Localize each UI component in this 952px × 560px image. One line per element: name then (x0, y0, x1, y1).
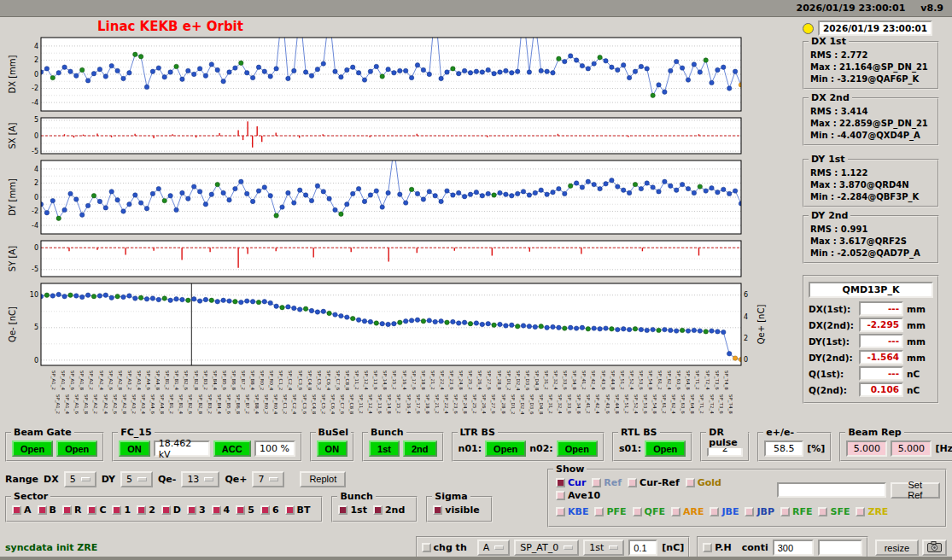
bunch-select-2nd[interactable]: 2nd (373, 505, 405, 516)
checkbox-indicator[interactable] (260, 505, 270, 515)
show-region-sfe[interactable]: SFE (818, 506, 850, 517)
dropdown-indicator-icon (609, 545, 618, 550)
show-option-gold[interactable]: Gold (686, 477, 721, 488)
screenshot-button[interactable] (922, 540, 947, 556)
show-option-ref[interactable]: Ref (592, 477, 622, 488)
bpm-label: SP_B2_6 (183, 394, 192, 418)
interval-input[interactable] (773, 540, 814, 556)
chart-column: Linac KEKB e+ Orbit DX [mm] 420-2-4 SX [… (0, 17, 767, 420)
sector-5[interactable]: 5 (236, 505, 254, 516)
range-qeplus-dropdown[interactable]: 7 (252, 471, 284, 487)
bunch-2nd-button[interactable]: 2nd (403, 440, 437, 457)
show-region-jbe[interactable]: JBE (710, 506, 739, 517)
show-region-pfe[interactable]: PFE (594, 506, 626, 517)
sector-r[interactable]: R (62, 505, 81, 516)
beam-gate-open2-button[interactable]: Open (56, 440, 97, 457)
checkbox-indicator[interactable] (422, 543, 431, 552)
chg-th-checkbox[interactable]: chg th (422, 542, 467, 553)
checkbox-indicator[interactable] (686, 478, 695, 487)
checkbox-indicator[interactable] (112, 505, 121, 515)
checkbox-indicator[interactable] (745, 507, 754, 516)
busel-on-button[interactable]: ON (317, 440, 348, 457)
ltr-n01-open-button[interactable]: Open (485, 440, 526, 457)
bunch-1st-button[interactable]: 1st (369, 440, 400, 457)
rtl-s01-open-button[interactable]: Open (645, 440, 686, 457)
show-region-rfe[interactable]: RFE (780, 506, 813, 517)
replot-button[interactable]: Replot (300, 471, 346, 487)
bpm-label: SP_R0_2 (259, 394, 268, 418)
set-ref-button[interactable]: Set Ref (891, 482, 940, 499)
range-dy-dropdown[interactable]: 5 (120, 471, 153, 487)
checkbox-indicator[interactable] (780, 507, 790, 516)
beam-gate-open1-button[interactable]: Open (12, 440, 53, 457)
checkbox-indicator[interactable] (592, 478, 601, 487)
checkbox-indicator[interactable] (856, 507, 865, 516)
show-option-ave10[interactable]: Ave10 (556, 490, 600, 501)
ref-name-input[interactable] (777, 482, 886, 498)
threshold-input[interactable] (628, 540, 657, 556)
sector-1[interactable]: 1 (112, 505, 131, 516)
checkbox-indicator[interactable] (594, 507, 604, 516)
checkbox-indicator[interactable] (161, 505, 171, 515)
show-region-kbe[interactable]: KBE (556, 506, 588, 517)
fc15-kv-readout: 18.462 kV (154, 440, 210, 457)
show-option-cur-ref[interactable]: Cur-Ref (628, 477, 680, 488)
sector-6[interactable]: 6 (260, 505, 279, 516)
fc15-acc-button[interactable]: ACC (213, 440, 251, 457)
bpm-label: SP_54_8 (643, 370, 652, 394)
sector-a[interactable]: A (12, 505, 32, 516)
checkbox-label: 2 (149, 505, 155, 516)
ph-checkbox[interactable]: P.H (703, 542, 731, 553)
checkbox-indicator[interactable] (703, 543, 712, 552)
sector-a-dropdown[interactable]: A (477, 540, 511, 556)
sector-2[interactable]: 2 (137, 505, 155, 516)
checkbox-indicator[interactable] (285, 505, 295, 515)
stats-dx2nd: DX 2nd RMS : 3.414 Max : 22.859@SP_DN_21… (803, 97, 939, 146)
bunch-select-1st[interactable]: 1st (338, 505, 366, 516)
bpm-label: SP_24_8 (453, 370, 463, 394)
fc15-on-button[interactable]: ON (119, 440, 150, 457)
show-region-qfe[interactable]: QFE (633, 506, 665, 517)
range-dx-dropdown[interactable]: 5 (64, 471, 96, 487)
resize-button[interactable]: resize (875, 540, 919, 556)
sector-b[interactable]: B (38, 505, 56, 516)
bunch-order-dropdown[interactable]: 1st (583, 540, 624, 556)
sector-3[interactable]: 3 (187, 505, 206, 516)
checkbox-indicator[interactable] (338, 505, 348, 515)
show-region-are[interactable]: ARE (671, 506, 704, 517)
sector-4[interactable]: 4 (212, 505, 231, 516)
ltr-n02-open-button[interactable]: Open (557, 440, 598, 457)
checkbox-indicator[interactable] (236, 505, 245, 515)
checkbox-indicator[interactable] (556, 491, 565, 500)
show-option-cur[interactable]: Cur (556, 477, 586, 488)
ltr-n02-label: n02: (529, 443, 553, 454)
sigma-visible[interactable]: visible (433, 505, 479, 516)
checkbox-indicator[interactable] (633, 507, 642, 516)
checkbox-indicator[interactable] (38, 505, 47, 515)
checkbox-indicator[interactable] (87, 505, 96, 515)
checkbox-indicator[interactable] (62, 505, 72, 515)
checkbox-indicator[interactable] (671, 507, 680, 516)
bpm-select-dropdown[interactable]: SP_AT_0 (514, 540, 579, 556)
checkbox-indicator[interactable] (433, 505, 442, 515)
beam-rep-value1: 5.000 (846, 440, 887, 457)
checkbox-indicator[interactable] (628, 478, 637, 487)
extra-input[interactable] (818, 540, 862, 556)
checkbox-indicator[interactable] (212, 505, 221, 515)
bpm-label: SP_A1_8 (79, 394, 88, 418)
checkbox-indicator[interactable] (818, 507, 827, 516)
checkbox-indicator[interactable] (556, 478, 565, 487)
checkbox-indicator[interactable] (556, 507, 565, 516)
checkbox-indicator[interactable] (12, 505, 21, 515)
checkbox-indicator[interactable] (187, 505, 196, 515)
sector-d[interactable]: D (161, 505, 181, 516)
sector-c[interactable]: C (87, 505, 106, 516)
show-region-jbp[interactable]: JBP (745, 506, 774, 517)
sector-bt[interactable]: BT (285, 505, 311, 516)
bpm-label: SP_D1_2 (505, 394, 515, 418)
range-qeminus-dropdown[interactable]: 13 (181, 471, 219, 487)
show-region-zre[interactable]: ZRE (856, 506, 888, 517)
checkbox-indicator[interactable] (710, 507, 719, 516)
checkbox-indicator[interactable] (373, 505, 383, 515)
checkbox-indicator[interactable] (137, 505, 146, 515)
